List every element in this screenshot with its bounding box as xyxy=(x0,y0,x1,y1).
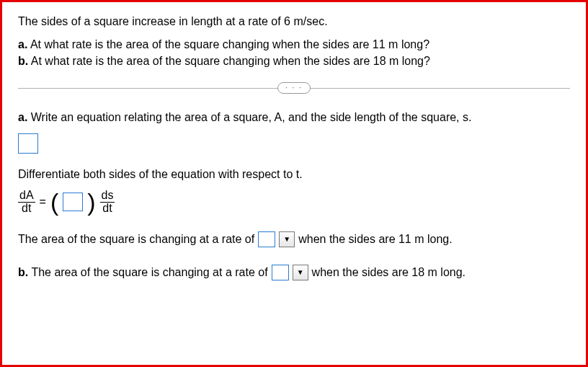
answer-b-pre: The area of the square is changing at a … xyxy=(28,266,267,278)
problem-container: The sides of a square increase in length… xyxy=(0,0,588,367)
denominator-dt-2: dt xyxy=(100,203,115,215)
fraction-ds-dt: ds dt xyxy=(100,190,115,215)
answer-a-line: The area of the square is changing at a … xyxy=(18,231,570,248)
answer-b-post: when the sides are 18 m long. xyxy=(312,264,466,281)
equation-prompt: a. Write an equation relating the area o… xyxy=(18,110,570,125)
answer-a-input[interactable] xyxy=(258,231,275,247)
answer-b-input[interactable] xyxy=(272,265,289,280)
denominator-dt: dt xyxy=(18,203,35,215)
question-b-text: At what rate is the area of the square c… xyxy=(28,55,430,67)
differentiate-prompt: Differentiate both sides of the equation… xyxy=(18,167,570,182)
numerator-dA: dA xyxy=(18,190,35,203)
numerator-ds: ds xyxy=(100,190,115,203)
chevron-down-icon: ▼ xyxy=(297,267,304,278)
coefficient-input[interactable] xyxy=(63,193,83,211)
answer-a-post: when the sides are 11 m long. xyxy=(298,231,452,248)
right-paren: ) xyxy=(87,191,95,213)
ellipsis-icon: · · · xyxy=(285,84,303,92)
label-b: b. xyxy=(18,55,28,67)
fraction-dA-dt: dA dt xyxy=(18,190,35,215)
chevron-down-icon: ▼ xyxy=(283,234,290,244)
answer-a-units-dropdown[interactable]: ▼ xyxy=(279,231,295,247)
equals-sign: = xyxy=(40,195,46,208)
equation-input[interactable] xyxy=(18,133,38,154)
left-paren: ( xyxy=(50,191,58,213)
label-a: a. xyxy=(18,38,27,50)
question-a-text: At what rate is the area of the square c… xyxy=(27,38,429,50)
intro-text: The sides of a square increase in length… xyxy=(18,14,570,30)
answer-b-prefix: b. The area of the square is changing at… xyxy=(18,264,268,281)
answer-b-label: b. xyxy=(18,266,28,278)
answer-b-line: b. The area of the square is changing at… xyxy=(18,264,570,281)
divider-handle[interactable]: · · · xyxy=(277,82,311,94)
answer-b-units-dropdown[interactable]: ▼ xyxy=(293,265,308,280)
question-a: a. At what rate is the area of the squar… xyxy=(18,37,570,69)
work-label-a: a. xyxy=(18,111,27,123)
answer-a-pre: The area of the square is changing at a … xyxy=(18,231,254,248)
derivative-equation: dA dt = ( ) ds dt xyxy=(18,190,570,215)
equation-prompt-text: Write an equation relating the area of a… xyxy=(27,111,471,123)
section-divider: · · · xyxy=(18,82,570,94)
